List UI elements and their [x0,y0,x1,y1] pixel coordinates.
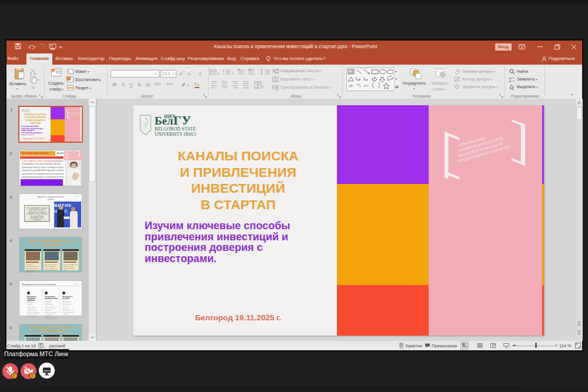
svg-text:▾: ▾ [232,72,233,75]
svg-text:▾: ▾ [218,72,220,75]
svg-text:▾: ▾ [38,78,39,82]
svg-text:▾: ▾ [59,45,62,50]
svg-text:ac: ac [509,79,512,82]
svg-text:▾: ▾ [187,83,189,87]
svg-text:▾: ▾ [34,45,36,49]
svg-text:✓: ✓ [43,345,45,349]
svg-text:▾: ▾ [262,85,264,88]
